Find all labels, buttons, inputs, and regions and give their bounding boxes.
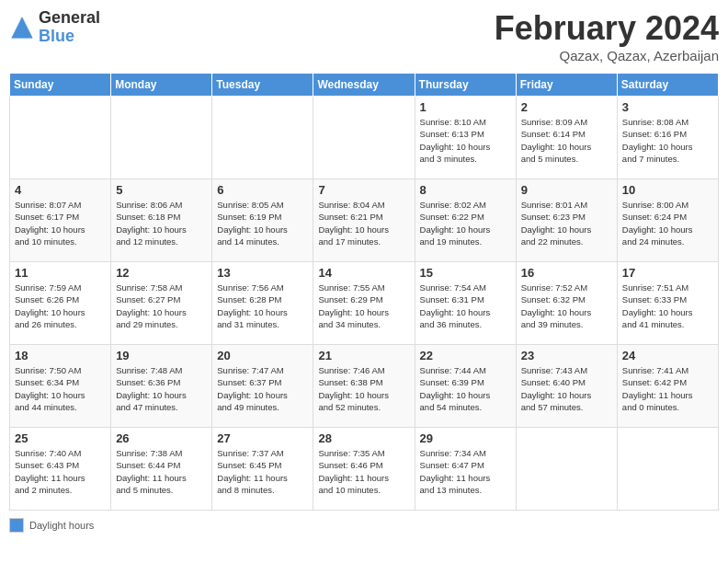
calendar-cell: 21Sunrise: 7:46 AM Sunset: 6:38 PM Dayli… [313,345,415,428]
day-number: 15 [420,266,511,280]
calendar-cell: 3Sunrise: 8:08 AM Sunset: 6:16 PM Daylig… [617,97,718,179]
calendar-cell [212,97,313,179]
day-number: 24 [622,349,713,362]
legend: Daylight hours [9,518,719,533]
day-number: 25 [15,431,106,445]
day-info: Sunrise: 7:40 AM Sunset: 6:43 PM Dayligh… [15,447,106,496]
day-number: 10 [622,183,713,197]
day-info: Sunrise: 7:43 AM Sunset: 6:40 PM Dayligh… [521,364,612,413]
calendar-cell: 11Sunrise: 7:59 AM Sunset: 6:26 PM Dayli… [10,262,111,345]
day-info: Sunrise: 7:54 AM Sunset: 6:31 PM Dayligh… [420,282,511,330]
day-info: Sunrise: 7:56 AM Sunset: 6:28 PM Dayligh… [217,282,308,330]
day-number: 1 [420,100,511,114]
calendar-week-row: 4Sunrise: 8:07 AM Sunset: 6:17 PM Daylig… [10,179,719,262]
day-info: Sunrise: 8:02 AM Sunset: 6:22 PM Dayligh… [420,199,511,247]
legend-label: Daylight hours [29,520,94,531]
day-number: 13 [217,266,308,280]
logo-icon [9,15,35,40]
calendar-cell: 12Sunrise: 7:58 AM Sunset: 6:27 PM Dayli… [111,262,212,345]
calendar-cell [10,97,111,179]
calendar-cell: 26Sunrise: 7:38 AM Sunset: 6:44 PM Dayli… [111,428,212,511]
day-number: 14 [318,266,409,280]
day-info: Sunrise: 8:04 AM Sunset: 6:21 PM Dayligh… [318,199,409,247]
day-info: Sunrise: 7:41 AM Sunset: 6:42 PM Dayligh… [622,364,713,413]
day-number: 11 [15,266,106,280]
day-info: Sunrise: 8:07 AM Sunset: 6:17 PM Dayligh… [15,199,106,247]
calendar-cell: 24Sunrise: 7:41 AM Sunset: 6:42 PM Dayli… [617,345,718,428]
day-info: Sunrise: 7:50 AM Sunset: 6:34 PM Dayligh… [15,364,106,413]
calendar-cell: 7Sunrise: 8:04 AM Sunset: 6:21 PM Daylig… [313,179,415,262]
day-number: 9 [521,183,612,197]
day-number: 12 [116,266,207,280]
calendar-cell: 13Sunrise: 7:56 AM Sunset: 6:28 PM Dayli… [212,262,313,345]
day-info: Sunrise: 7:47 AM Sunset: 6:37 PM Dayligh… [217,364,308,413]
calendar-cell [617,428,718,511]
legend-box [9,518,24,533]
day-info: Sunrise: 7:46 AM Sunset: 6:38 PM Dayligh… [318,364,409,413]
calendar-week-row: 1Sunrise: 8:10 AM Sunset: 6:13 PM Daylig… [10,97,719,179]
page-header: General Blue February 2024 Qazax, Qazax,… [9,9,719,63]
calendar-cell: 10Sunrise: 8:00 AM Sunset: 6:24 PM Dayli… [617,179,718,262]
day-info: Sunrise: 7:38 AM Sunset: 6:44 PM Dayligh… [116,447,207,496]
location-subtitle: Qazax, Qazax, Azerbaijan [495,48,719,63]
logo-general-text: General [39,9,100,28]
day-info: Sunrise: 8:05 AM Sunset: 6:19 PM Dayligh… [217,199,308,247]
day-info: Sunrise: 7:44 AM Sunset: 6:39 PM Dayligh… [420,364,511,413]
day-number: 5 [116,183,207,197]
calendar-cell: 14Sunrise: 7:55 AM Sunset: 6:29 PM Dayli… [313,262,415,345]
calendar-cell: 9Sunrise: 8:01 AM Sunset: 6:23 PM Daylig… [516,179,617,262]
day-number: 26 [116,431,207,445]
day-number: 22 [420,349,511,362]
day-number: 8 [420,183,511,197]
day-number: 4 [15,183,106,197]
day-number: 21 [318,349,409,362]
day-info: Sunrise: 8:08 AM Sunset: 6:16 PM Dayligh… [622,116,713,165]
day-info: Sunrise: 8:09 AM Sunset: 6:14 PM Dayligh… [521,116,612,165]
day-number: 28 [318,431,409,445]
day-info: Sunrise: 7:48 AM Sunset: 6:36 PM Dayligh… [116,364,207,413]
day-info: Sunrise: 7:51 AM Sunset: 6:33 PM Dayligh… [622,282,713,330]
calendar-cell: 4Sunrise: 8:07 AM Sunset: 6:17 PM Daylig… [10,179,111,262]
day-number: 6 [217,183,308,197]
logo-blue-text: Blue [39,28,100,46]
day-number: 19 [116,349,207,362]
month-year-title: February 2024 [495,9,719,48]
calendar-cell [313,97,415,179]
day-info: Sunrise: 8:01 AM Sunset: 6:23 PM Dayligh… [521,199,612,247]
calendar-cell: 2Sunrise: 8:09 AM Sunset: 6:14 PM Daylig… [516,97,617,179]
svg-marker-0 [12,17,32,38]
logo: General Blue [9,9,100,46]
calendar-cell: 6Sunrise: 8:05 AM Sunset: 6:19 PM Daylig… [212,179,313,262]
calendar-cell: 20Sunrise: 7:47 AM Sunset: 6:37 PM Dayli… [212,345,313,428]
day-number: 17 [622,266,713,280]
calendar-cell: 16Sunrise: 7:52 AM Sunset: 6:32 PM Dayli… [516,262,617,345]
title-block: February 2024 Qazax, Qazax, Azerbaijan [495,9,719,63]
col-header-thursday: Thursday [415,74,516,97]
calendar-cell: 27Sunrise: 7:37 AM Sunset: 6:45 PM Dayli… [212,428,313,511]
calendar-week-row: 18Sunrise: 7:50 AM Sunset: 6:34 PM Dayli… [10,345,719,428]
day-number: 27 [217,431,308,445]
calendar-cell: 8Sunrise: 8:02 AM Sunset: 6:22 PM Daylig… [415,179,516,262]
calendar-cell: 25Sunrise: 7:40 AM Sunset: 6:43 PM Dayli… [10,428,111,511]
calendar-cell: 29Sunrise: 7:34 AM Sunset: 6:47 PM Dayli… [415,428,516,511]
calendar-cell: 18Sunrise: 7:50 AM Sunset: 6:34 PM Dayli… [10,345,111,428]
calendar-cell: 17Sunrise: 7:51 AM Sunset: 6:33 PM Dayli… [617,262,718,345]
day-number: 23 [521,349,612,362]
day-info: Sunrise: 8:00 AM Sunset: 6:24 PM Dayligh… [622,199,713,247]
calendar-cell: 28Sunrise: 7:35 AM Sunset: 6:46 PM Dayli… [313,428,415,511]
day-info: Sunrise: 8:06 AM Sunset: 6:18 PM Dayligh… [116,199,207,247]
day-info: Sunrise: 7:55 AM Sunset: 6:29 PM Dayligh… [318,282,409,330]
day-info: Sunrise: 7:59 AM Sunset: 6:26 PM Dayligh… [15,282,106,330]
day-info: Sunrise: 7:58 AM Sunset: 6:27 PM Dayligh… [116,282,207,330]
calendar-table: SundayMondayTuesdayWednesdayThursdayFrid… [9,73,719,511]
calendar-week-row: 25Sunrise: 7:40 AM Sunset: 6:43 PM Dayli… [10,428,719,511]
calendar-cell: 15Sunrise: 7:54 AM Sunset: 6:31 PM Dayli… [415,262,516,345]
day-number: 20 [217,349,308,362]
col-header-monday: Monday [111,74,212,97]
day-number: 18 [15,349,106,362]
day-info: Sunrise: 7:52 AM Sunset: 6:32 PM Dayligh… [521,282,612,330]
col-header-sunday: Sunday [10,74,111,97]
day-info: Sunrise: 7:35 AM Sunset: 6:46 PM Dayligh… [318,447,409,496]
calendar-cell: 1Sunrise: 8:10 AM Sunset: 6:13 PM Daylig… [415,97,516,179]
col-header-saturday: Saturday [617,74,718,97]
